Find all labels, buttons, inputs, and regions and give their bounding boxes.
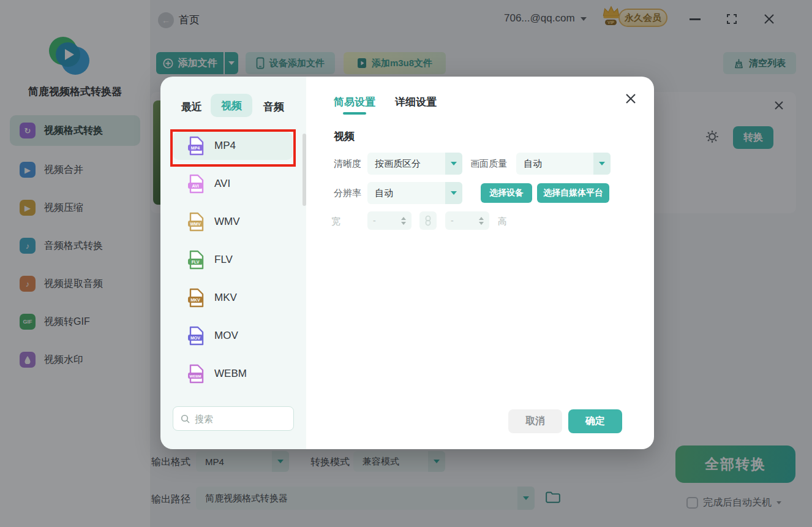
format-search[interactable] (173, 406, 294, 431)
format-item-wmv[interactable]: WMV WMV (173, 208, 293, 236)
format-item-mov[interactable]: MOV MOV (173, 322, 293, 350)
file-icon: FLV (187, 250, 206, 270)
search-input[interactable] (195, 414, 280, 424)
clarity-label: 清晰度 (334, 158, 361, 170)
tab-detailed-settings[interactable]: 详细设置 (395, 95, 437, 109)
format-item-mp4[interactable]: MP4 MP4 (173, 132, 293, 160)
cancel-button[interactable]: 取消 (508, 409, 562, 433)
width-value: - (373, 216, 376, 226)
format-list: MP4 MP4 AVI AVI WMV (173, 132, 293, 398)
file-icon: MP4 (187, 136, 206, 156)
spinner-arrows-icon[interactable] (401, 217, 406, 225)
height-value: - (451, 216, 454, 226)
quality-label: 画面质量 (470, 158, 507, 170)
width-label: 宽 (331, 216, 340, 227)
clarity-select[interactable]: 按画质区分 (367, 153, 462, 175)
tab-video-active[interactable]: 视频 (211, 94, 252, 117)
video-section-title: 视频 (334, 129, 355, 143)
aspect-link-icon[interactable] (419, 211, 437, 230)
resolution-value: 自动 (375, 188, 393, 199)
resolution-select[interactable]: 自动 (367, 182, 462, 204)
chevron-down-icon (445, 182, 462, 204)
chevron-down-icon (593, 153, 611, 175)
chevron-down-icon (445, 153, 462, 175)
format-list-pane: 最近 视频 音频 MP4 MP4 AVI (160, 77, 306, 449)
format-item-flv[interactable]: FLV FLV (173, 246, 293, 274)
tab-recent[interactable]: 最近 (181, 100, 202, 114)
format-label: FLV (214, 254, 233, 266)
format-settings-dialog: 最近 视频 音频 MP4 MP4 AVI (160, 77, 654, 449)
format-item-mkv[interactable]: MKV MKV (173, 284, 293, 312)
resolution-label: 分辨率 (334, 188, 361, 199)
tab-simple-settings[interactable]: 简易设置 (334, 95, 375, 109)
svg-text:FLV: FLV (192, 260, 200, 264)
settings-pane: 简易设置 详细设置 视频 清晰度 按画质区分 画面质量 自动 分辨率 自动 (306, 77, 654, 449)
height-stepper[interactable]: - (445, 211, 489, 230)
height-label: 高 (498, 216, 507, 227)
select-media-platform-button[interactable]: 选择自媒体平台 (537, 183, 609, 203)
close-dialog-icon[interactable] (625, 93, 637, 105)
format-label: MP4 (214, 140, 236, 152)
quality-value: 自动 (524, 158, 542, 170)
format-item-avi[interactable]: AVI AVI (173, 170, 293, 198)
select-device-button[interactable]: 选择设备 (481, 183, 532, 203)
svg-text:WEBM: WEBM (190, 374, 201, 378)
format-item-webm[interactable]: WEBM WEBM (173, 360, 293, 388)
tab-audio[interactable]: 音频 (263, 100, 284, 114)
file-icon: MKV (187, 288, 206, 308)
format-label: WMV (214, 216, 240, 228)
file-icon: WEBM (187, 364, 206, 384)
active-tab-underline (343, 112, 366, 115)
file-icon: MOV (187, 326, 206, 346)
app-window: 简鹿视频格式转换器 ↻ 视频格式转换 ▶ 视频合并 ▶ 视频压缩 ♪ 音频格式转… (0, 0, 812, 527)
format-label: MKV (214, 292, 237, 304)
svg-text:MOV: MOV (190, 336, 200, 340)
format-label: MOV (214, 330, 238, 342)
svg-text:MP4: MP4 (191, 146, 200, 150)
clarity-value: 按画质区分 (375, 158, 421, 170)
format-label: WEBM (214, 368, 247, 380)
search-icon (181, 414, 190, 423)
confirm-button[interactable]: 确定 (568, 409, 622, 433)
format-label: AVI (214, 178, 230, 190)
svg-text:MKV: MKV (190, 298, 200, 302)
width-stepper[interactable]: - (367, 211, 412, 230)
file-icon: AVI (187, 174, 206, 194)
svg-text:AVI: AVI (192, 184, 198, 188)
svg-text:WMV: WMV (190, 222, 200, 226)
file-icon: WMV (187, 212, 206, 232)
spinner-arrows-icon[interactable] (479, 217, 484, 225)
quality-select[interactable]: 自动 (516, 153, 611, 175)
